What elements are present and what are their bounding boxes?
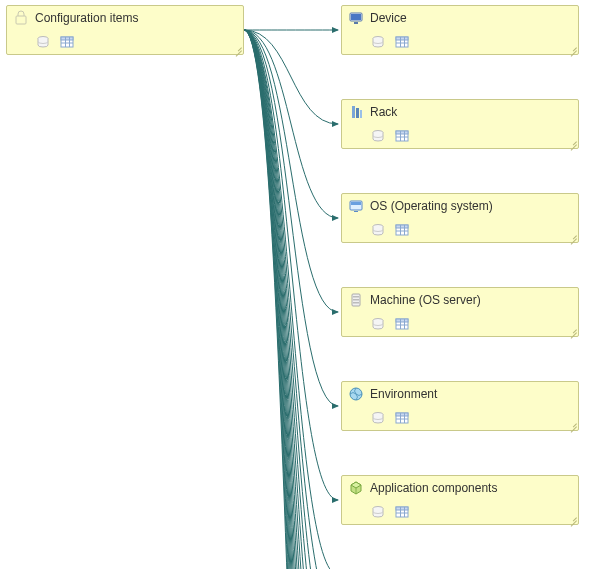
svg-rect-40: [396, 319, 408, 322]
table-icon[interactable]: [59, 34, 75, 50]
resize-handle[interactable]: [232, 43, 242, 53]
svg-rect-47: [396, 413, 408, 416]
db-icon[interactable]: [370, 504, 386, 520]
node-child-1[interactable]: Rack: [341, 99, 579, 149]
svg-rect-18: [360, 110, 362, 118]
diagram-canvas: Configuration itemsDeviceRackOS (Operati…: [0, 0, 589, 569]
table-icon[interactable]: [394, 128, 410, 144]
db-icon[interactable]: [370, 222, 386, 238]
node-child-3[interactable]: Machine (OS server): [341, 287, 579, 337]
svg-rect-16: [352, 106, 355, 118]
resize-handle[interactable]: [567, 137, 577, 147]
node-header: OS (Operating system): [342, 194, 578, 216]
node-body: [342, 28, 578, 58]
svg-rect-30: [396, 225, 408, 228]
resize-handle[interactable]: [567, 231, 577, 241]
node-body: [342, 404, 578, 434]
table-icon[interactable]: [394, 504, 410, 520]
resize-handle[interactable]: [567, 419, 577, 429]
svg-rect-27: [354, 211, 358, 212]
node-header: Environment: [342, 382, 578, 404]
db-icon[interactable]: [370, 128, 386, 144]
table-icon[interactable]: [394, 34, 410, 50]
cube-icon: [348, 480, 364, 496]
svg-rect-26: [351, 202, 361, 205]
node-title: Environment: [370, 387, 437, 401]
node-body: [342, 498, 578, 528]
table-icon[interactable]: [394, 316, 410, 332]
node-root[interactable]: Configuration items: [6, 5, 244, 55]
node-child-2[interactable]: OS (Operating system): [341, 193, 579, 243]
db-icon[interactable]: [370, 316, 386, 332]
node-title: OS (Operating system): [370, 199, 493, 213]
node-body: [7, 28, 243, 58]
svg-rect-3: [61, 37, 73, 40]
node-header: Machine (OS server): [342, 288, 578, 310]
monitor-icon: [348, 10, 364, 26]
db-icon[interactable]: [370, 410, 386, 426]
resize-handle[interactable]: [567, 325, 577, 335]
node-child-5[interactable]: Application components: [341, 475, 579, 525]
node-title: Configuration items: [35, 11, 138, 25]
node-header: Rack: [342, 100, 578, 122]
node-body: [342, 216, 578, 246]
node-header: Configuration items: [7, 6, 243, 28]
node-title: Device: [370, 11, 407, 25]
resize-handle[interactable]: [567, 513, 577, 523]
svg-rect-12: [396, 37, 408, 40]
svg-rect-37: [353, 302, 359, 304]
svg-rect-21: [396, 131, 408, 134]
resize-handle[interactable]: [567, 43, 577, 53]
node-title: Application components: [370, 481, 497, 495]
globe-icon: [348, 386, 364, 402]
node-child-0[interactable]: Device: [341, 5, 579, 55]
node-title: Machine (OS server): [370, 293, 481, 307]
svg-rect-36: [353, 299, 359, 301]
svg-rect-9: [354, 22, 358, 24]
table-icon[interactable]: [394, 222, 410, 238]
svg-rect-35: [353, 296, 359, 298]
svg-rect-53: [396, 507, 408, 510]
svg-rect-0: [16, 16, 26, 24]
db-icon[interactable]: [35, 34, 51, 50]
rack-icon: [348, 104, 364, 120]
node-body: [342, 122, 578, 152]
screen-icon: [348, 198, 364, 214]
server-icon: [348, 292, 364, 308]
table-icon[interactable]: [394, 410, 410, 426]
node-child-4[interactable]: Environment: [341, 381, 579, 431]
node-title: Rack: [370, 105, 397, 119]
node-body: [342, 310, 578, 340]
config-icon: [13, 10, 29, 26]
db-icon[interactable]: [370, 34, 386, 50]
svg-rect-17: [356, 108, 359, 118]
svg-rect-8: [351, 14, 361, 20]
node-header: Device: [342, 6, 578, 28]
node-header: Application components: [342, 476, 578, 498]
